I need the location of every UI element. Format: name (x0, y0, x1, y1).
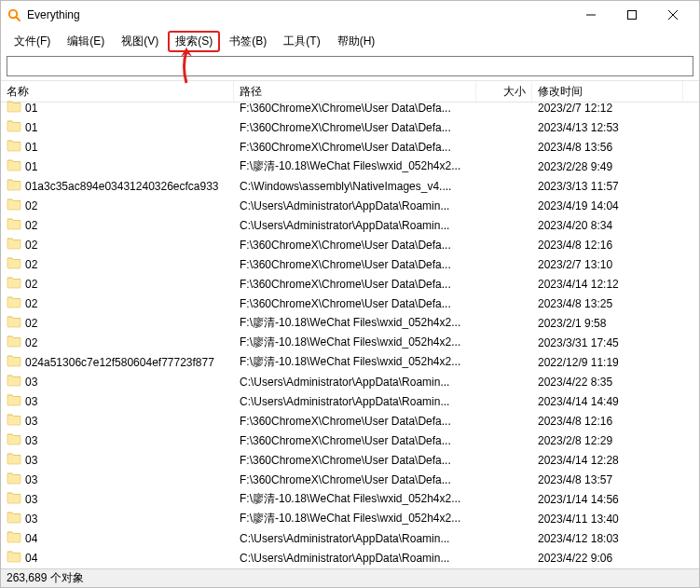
folder-icon (7, 374, 25, 390)
cell-date: 2023/3/13 11:57 (538, 180, 619, 193)
cell-path: F:\廖清-10.18\WeChat Files\wxid_052h4x2... (240, 354, 460, 370)
folder-icon (7, 413, 25, 429)
cell-path: F:\360ChromeX\Chrome\User Data\Defa... (240, 258, 451, 271)
cell-name: 01 (25, 102, 37, 115)
result-row[interactable]: 02F:\廖清-10.18\WeChat Files\wxid_052h4x2.… (1, 313, 699, 333)
cell-name: 02 (25, 199, 37, 212)
cell-date: 2023/4/22 9:06 (538, 552, 612, 565)
cell-date: 2023/4/8 13:56 (538, 141, 612, 154)
status-bar: 263,689 个对象 (1, 568, 699, 587)
result-row[interactable]: 02F:\360ChromeX\Chrome\User Data\Defa...… (1, 254, 699, 274)
result-row[interactable]: 03C:\Users\Administrator\AppData\Roamin.… (1, 391, 699, 411)
result-row[interactable]: 01F:\360ChromeX\Chrome\User Data\Defa...… (1, 137, 699, 157)
maximize-button[interactable] (611, 1, 652, 29)
menu-edit[interactable]: 编辑(E) (60, 31, 112, 52)
cell-date: 2023/1/14 14:56 (538, 493, 619, 506)
close-button[interactable] (652, 1, 693, 29)
svg-rect-3 (628, 11, 637, 20)
search-bar (1, 54, 699, 80)
result-row[interactable]: 04C:\Users\Administrator\AppData\Roamin.… (1, 528, 699, 548)
result-row[interactable]: 03F:\360ChromeX\Chrome\User Data\Defa...… (1, 450, 699, 470)
cell-path: C:\Users\Administrator\AppData\Roamin... (240, 395, 449, 408)
cell-name: 03 (25, 434, 37, 447)
cell-name: 03 (25, 454, 37, 467)
cell-name: 03 (25, 513, 37, 526)
cell-path: F:\360ChromeX\Chrome\User Data\Defa... (240, 121, 451, 134)
cell-date: 2022/12/9 11:19 (538, 356, 619, 369)
result-row[interactable]: 04C:\Users\Administrator\AppData\Roamin.… (1, 548, 699, 567)
result-row[interactable]: 02F:\廖清-10.18\WeChat Files\wxid_052h4x2.… (1, 333, 699, 352)
cell-date: 2023/2/1 9:58 (538, 317, 606, 330)
result-row[interactable]: 01F:\360ChromeX\Chrome\User Data\Defa...… (1, 117, 699, 137)
window-title: Everything (27, 8, 80, 21)
result-row[interactable]: 03F:\360ChromeX\Chrome\User Data\Defa...… (1, 470, 699, 489)
search-input[interactable] (7, 56, 693, 76)
cell-path: F:\360ChromeX\Chrome\User Data\Defa... (240, 473, 451, 486)
folder-icon (7, 178, 25, 194)
cell-date: 2023/2/8 12:29 (538, 434, 612, 447)
cell-name: 01 (25, 121, 37, 134)
folder-icon (7, 100, 25, 116)
cell-path: C:\Users\Administrator\AppData\Roamin... (240, 532, 449, 545)
cell-path: C:\Users\Administrator\AppData\Roamin... (240, 219, 449, 232)
result-row[interactable]: 02F:\360ChromeX\Chrome\User Data\Defa...… (1, 235, 699, 254)
result-row[interactable]: 03C:\Users\Administrator\AppData\Roamin.… (1, 372, 699, 391)
cell-path: F:\360ChromeX\Chrome\User Data\Defa... (240, 454, 451, 467)
cell-date: 2023/4/19 14:04 (538, 199, 619, 212)
result-row[interactable]: 03F:\360ChromeX\Chrome\User Data\Defa...… (1, 411, 699, 431)
folder-icon (7, 158, 25, 174)
cell-name: 02 (25, 278, 37, 291)
cell-path: C:\Users\Administrator\AppData\Roamin... (240, 199, 449, 212)
cell-path: F:\廖清-10.18\WeChat Files\wxid_052h4x2... (240, 158, 460, 174)
cell-path: F:\廖清-10.18\WeChat Files\wxid_052h4x2... (240, 335, 460, 350)
menu-file[interactable]: 文件(F) (7, 31, 58, 52)
cell-name: 03 (25, 415, 37, 428)
cell-date: 2023/4/8 13:25 (538, 297, 612, 310)
result-row[interactable]: 02C:\Users\Administrator\AppData\Roamin.… (1, 215, 699, 235)
cell-path: F:\360ChromeX\Chrome\User Data\Defa... (240, 239, 451, 252)
cell-date: 2023/2/7 12:12 (538, 102, 612, 115)
title-bar: Everything (1, 1, 699, 29)
cell-date: 2023/4/8 12:16 (538, 239, 612, 252)
cell-name: 03 (25, 395, 37, 408)
cell-date: 2023/2/28 9:49 (538, 160, 612, 173)
menu-view[interactable]: 视图(V) (114, 31, 166, 52)
cell-name: 04 (25, 532, 37, 545)
result-row[interactable]: 024a51306c7e12f580604ef77723f877F:\廖清-10… (1, 352, 699, 372)
result-row[interactable]: 02C:\Users\Administrator\AppData\Roamin.… (1, 196, 699, 215)
result-row[interactable]: 03F:\廖清-10.18\WeChat Files\wxid_052h4x2.… (1, 509, 699, 528)
menu-help[interactable]: 帮助(H) (330, 31, 383, 52)
cell-date: 2023/3/31 17:45 (538, 336, 619, 349)
result-row[interactable]: 02F:\360ChromeX\Chrome\User Data\Defa...… (1, 294, 699, 313)
menu-search[interactable]: 搜索(S) (168, 31, 220, 52)
cell-name: 02 (25, 297, 37, 310)
result-row[interactable]: 03F:\360ChromeX\Chrome\User Data\Defa...… (1, 431, 699, 450)
folder-icon (7, 276, 25, 292)
cell-path: F:\廖清-10.18\WeChat Files\wxid_052h4x2... (240, 491, 460, 507)
svg-line-1 (16, 17, 20, 21)
app-icon (7, 7, 21, 22)
folder-icon (7, 491, 25, 507)
result-row[interactable]: 01a3c35ac894e03431240326ecfca933C:\Windo… (1, 176, 699, 196)
cell-date: 2023/4/20 8:34 (538, 219, 612, 232)
cell-name: 02 (25, 219, 37, 232)
menu-tools[interactable]: 工具(T) (276, 31, 327, 52)
cell-name: 01 (25, 141, 37, 154)
cell-name: 02 (25, 239, 37, 252)
minimize-button[interactable] (570, 1, 611, 29)
result-row[interactable]: 01F:\廖清-10.18\WeChat Files\wxid_052h4x2.… (1, 157, 699, 176)
status-count: 263,689 个对象 (7, 570, 84, 586)
menu-bookmarks[interactable]: 书签(B) (222, 31, 274, 52)
cell-date: 2023/2/7 13:10 (538, 258, 612, 271)
result-row[interactable]: 03F:\廖清-10.18\WeChat Files\wxid_052h4x2.… (1, 489, 699, 509)
folder-icon (7, 295, 25, 311)
cell-name: 02 (25, 336, 37, 349)
cell-name: 024a51306c7e12f580604ef77723f877 (25, 356, 214, 369)
cell-date: 2023/4/14 14:49 (538, 395, 619, 408)
result-row[interactable]: 02F:\360ChromeX\Chrome\User Data\Defa...… (1, 274, 699, 294)
results-list[interactable]: 01F:\360ChromeX\Chrome\User Data\Defa...… (1, 98, 699, 568)
folder-icon (7, 511, 25, 526)
cell-path: F:\360ChromeX\Chrome\User Data\Defa... (240, 278, 451, 291)
folder-icon (7, 530, 25, 546)
result-row[interactable]: 01F:\360ChromeX\Chrome\User Data\Defa...… (1, 98, 699, 117)
